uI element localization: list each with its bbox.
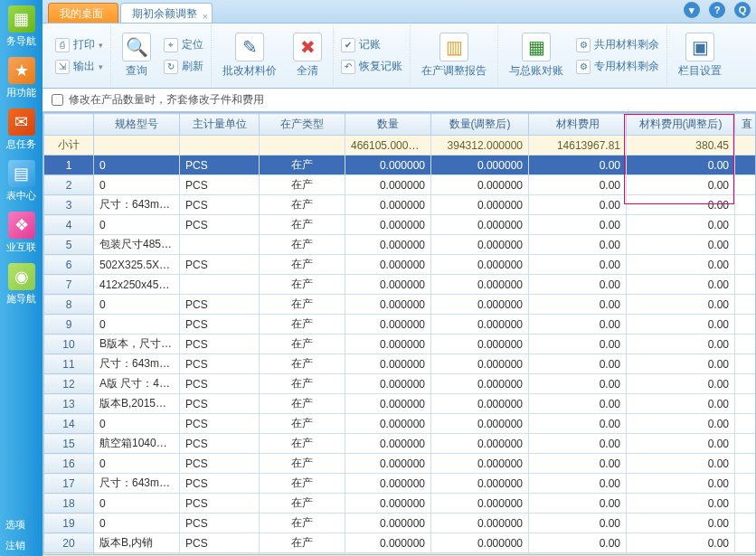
ledger-icon: ▦ <box>522 33 551 61</box>
subtotal-row: 小计 466105.000000394312.000000 14613967.8… <box>44 136 757 155</box>
table-row[interactable]: 11尺寸：643mm…PCS 在产0.0000000.000000 0.000.… <box>44 354 757 374</box>
print-button[interactable]: ⎙打印▾ <box>55 36 103 54</box>
report-button[interactable]: ▥在产调整报告 <box>418 31 490 80</box>
spec-icon: ⚙ <box>576 60 591 74</box>
report-icon: ▥ <box>439 33 468 61</box>
star-icon: ★ <box>8 57 35 84</box>
table-row[interactable]: 15航空箱1040…PCS 在产0.0000000.000000 0.000.0… <box>44 434 757 454</box>
footer-label: 合计 <box>44 553 94 556</box>
edit-icon: ✎ <box>235 33 264 61</box>
export-icon: ⇲ <box>55 60 70 74</box>
col-type[interactable]: 在产类型 <box>260 114 345 136</box>
sidebar-foot: 选项 注销 <box>0 514 43 556</box>
ribbon-toolbar: ⎙打印▾ ⇲输出▾ 🔍查询 ⌖定位 ↻刷新 ✎批改材料价 ✖全清 ✔记账 ↶恢复… <box>43 24 756 89</box>
locate-icon: ⌖ <box>164 38 178 52</box>
search-doc-icon: 🔍 <box>122 33 151 61</box>
share-icon: ⚙ <box>576 38 591 52</box>
table-row[interactable]: 6502X325.5X1…PCS 在产0.0000000.000000 0.00… <box>44 255 757 275</box>
nav-impl[interactable]: ◉施导航 <box>0 258 43 309</box>
option-bar: 修改在产品数量时，齐套修改子件和费用 <box>43 89 756 112</box>
grid2-icon: ❖ <box>8 212 35 239</box>
table-row[interactable]: 5包装尺寸485… 在产0.0000000.000000 0.000.00 <box>44 235 757 255</box>
table-row[interactable]: 7412x250x458… 在产0.0000000.000000 0.000.0… <box>44 275 757 295</box>
table-row[interactable]: 90PCS 在产0.0000000.000000 0.000.00 <box>44 315 757 335</box>
share-material-button[interactable]: ⚙共用材料剩余 <box>576 36 659 54</box>
columns-button[interactable]: ▣栏目设置 <box>675 31 725 80</box>
help-icon[interactable]: ? <box>709 2 725 18</box>
table-row[interactable]: 20PCS 在产0.0000000.000000 0.000.00 <box>44 175 757 195</box>
tabbar-actions: ▾ ? Q <box>684 2 751 18</box>
modify-qty-checkbox[interactable] <box>52 94 63 106</box>
modify-qty-label: 修改在产品数量时，齐套修改子件和费用 <box>69 92 264 108</box>
refresh-button[interactable]: ↻刷新 <box>164 58 203 76</box>
col-mat-fee-adj[interactable]: 材料费用(调整后) <box>627 114 735 136</box>
compare-button[interactable]: ▦与总账对账 <box>506 31 567 80</box>
doc-icon: ▤ <box>8 160 35 187</box>
table-row[interactable]: 190PCS 在产0.0000000.000000 0.000.00 <box>44 514 757 533</box>
spec-material-button[interactable]: ⚙专用材料剩余 <box>576 58 659 76</box>
compass-icon: ◉ <box>8 263 35 290</box>
tab-bar: 我的桌面 期初余额调整× ▾ ? Q <box>43 0 756 24</box>
search-icon[interactable]: Q <box>734 2 751 18</box>
table-row[interactable]: 12A版 尺寸：4…PCS 在产0.0000000.000000 0.000.0… <box>44 374 757 394</box>
book-button[interactable]: ✔记账 <box>341 36 402 54</box>
table-row[interactable]: 140PCS 在产0.0000000.000000 0.000.00 <box>44 414 757 434</box>
grid-icon: ▦ <box>8 5 35 33</box>
columns-icon: ▣ <box>685 33 714 61</box>
col-unit[interactable]: 主计量单位 <box>180 114 260 136</box>
footer-row: 合计 466105.000000 394312.000000 14613967.… <box>44 553 757 556</box>
table-row[interactable]: 80PCS 在产0.0000000.000000 0.000.00 <box>44 295 757 315</box>
table-row[interactable]: 20版本B,内销PCS 在产0.0000000.000000 0.000.00 <box>44 533 757 553</box>
header-row: 规格型号 主计量单位 在产类型 数量 数量(调整后) 材料费用 材料费用(调整后… <box>44 114 757 136</box>
table-row[interactable]: 40PCS 在产0.0000000.000000 0.000.00 <box>44 215 757 235</box>
logout-link[interactable]: 注销 <box>0 535 43 556</box>
nav-functions[interactable]: ★用功能 <box>0 52 43 103</box>
locate-button[interactable]: ⌖定位 <box>164 36 203 54</box>
mail-icon: ✉ <box>8 108 35 136</box>
table-row[interactable]: 10B版本，尺寸…PCS 在产0.0000000.000000 0.000.00 <box>44 335 757 354</box>
tab-balance-adjust[interactable]: 期初余额调整× <box>120 3 213 23</box>
col-qty[interactable]: 数量 <box>345 114 431 136</box>
col-rownum[interactable] <box>44 114 94 136</box>
delete-icon: ✖ <box>293 33 322 61</box>
data-grid[interactable]: 规格型号 主计量单位 在产类型 数量 数量(调整后) 材料费用 材料费用(调整后… <box>43 112 756 555</box>
dropdown-icon[interactable]: ▾ <box>684 2 700 18</box>
table-row[interactable]: 10PCS 在产0.0000000.000000 0.000.00 <box>44 155 757 175</box>
options-link[interactable]: 选项 <box>0 514 43 535</box>
table-row[interactable]: 160PCS 在产0.0000000.000000 0.000.00 <box>44 454 757 474</box>
col-qty-adj[interactable]: 数量(调整后) <box>431 114 529 136</box>
col-spec[interactable]: 规格型号 <box>94 114 180 136</box>
table-row[interactable]: 180PCS 在产0.0000000.000000 0.000.00 <box>44 494 757 514</box>
close-icon[interactable]: × <box>203 6 208 26</box>
main-area: 我的桌面 期初余额调整× ▾ ? Q ⎙打印▾ ⇲输出▾ 🔍查询 ⌖定位 ↻刷新… <box>43 0 756 555</box>
col-more[interactable]: 直 <box>735 114 757 136</box>
nav-collab[interactable]: ❖业互联 <box>0 206 43 258</box>
table-row[interactable]: 13版本B,2015…PCS 在产0.0000000.000000 0.000.… <box>44 394 757 414</box>
printer-icon: ⎙ <box>55 38 70 52</box>
clear-all-button[interactable]: ✖全清 <box>289 31 326 80</box>
undo-icon: ↶ <box>341 60 355 74</box>
check-icon: ✔ <box>341 38 355 52</box>
batch-price-button[interactable]: ✎批改材料价 <box>219 31 280 80</box>
unbook-button[interactable]: ↶恢复记账 <box>341 58 402 76</box>
query-button[interactable]: 🔍查询 <box>118 31 155 80</box>
left-sidebar: ▦务导航 ★用功能 ✉息任务 ▤表中心 ❖业互联 ◉施导航 选项 注销 <box>0 0 43 556</box>
table-row[interactable]: 3尺寸：643mm…PCS 在产0.0000000.000000 0.000.0… <box>44 195 757 215</box>
tab-desktop[interactable]: 我的桌面 <box>48 3 118 23</box>
table-row[interactable]: 17尺寸：643mm…PCS 在产0.0000000.000000 0.000.… <box>44 474 757 494</box>
nav-services[interactable]: ▦务导航 <box>0 0 43 52</box>
output-button[interactable]: ⇲输出▾ <box>55 58 103 76</box>
nav-tasks[interactable]: ✉息任务 <box>0 103 43 155</box>
nav-reports[interactable]: ▤表中心 <box>0 155 43 206</box>
refresh-icon: ↻ <box>164 60 178 74</box>
col-mat-fee[interactable]: 材料费用 <box>529 114 627 136</box>
